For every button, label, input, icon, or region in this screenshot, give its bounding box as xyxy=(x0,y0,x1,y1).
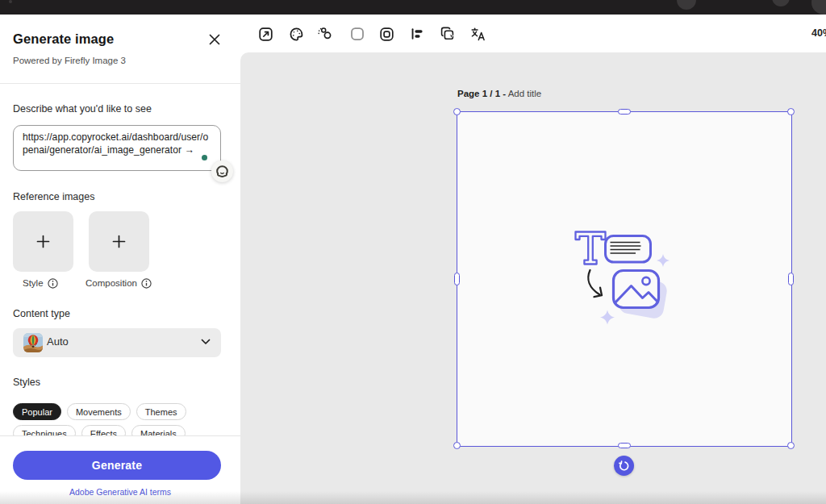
align-icon[interactable] xyxy=(405,22,429,46)
close-button[interactable] xyxy=(203,28,226,51)
animate-icon[interactable] xyxy=(313,22,337,46)
translate-icon[interactable] xyxy=(466,22,490,46)
panel-footer: Generate Adobe Generative AI terms xyxy=(0,435,240,504)
panel-subtitle: Powered by Firefly Image 3 xyxy=(13,56,126,65)
prompt-input[interactable]: https://app.copyrocket.ai/dashboard/user… xyxy=(13,125,221,171)
chevron-down-icon xyxy=(201,339,211,345)
styles-label: Styles xyxy=(13,377,40,388)
chip-popular[interactable]: Popular xyxy=(13,403,61,420)
selection-handle-right[interactable] xyxy=(788,273,794,285)
generate-button[interactable]: Generate xyxy=(13,451,221,480)
add-composition-image-button[interactable] xyxy=(89,211,149,272)
selection-handle-bottom[interactable] xyxy=(618,443,631,448)
chip-themes[interactable]: Themes xyxy=(136,403,186,420)
background-icon[interactable] xyxy=(374,22,398,46)
generate-image-panel: Generate image Powered by Firefly Image … xyxy=(0,15,240,504)
sparkle-icon xyxy=(657,254,670,267)
frame-icon[interactable] xyxy=(345,22,369,46)
plus-icon xyxy=(112,235,126,248)
content-type-thumbnail xyxy=(23,333,43,352)
terms-link[interactable]: Adobe Generative AI terms xyxy=(0,487,240,497)
selection-handle-top[interactable] xyxy=(618,109,631,115)
content-type-label: Content type xyxy=(13,308,70,319)
app-window: 40% Page 1 / 1 - Add title xyxy=(0,0,826,504)
assistant-button[interactable] xyxy=(211,160,233,182)
selection-handle-top-left[interactable] xyxy=(453,108,461,115)
style-caption: Style xyxy=(23,277,58,289)
info-icon[interactable] xyxy=(141,278,152,289)
titlebar-notch xyxy=(9,0,12,3)
close-icon xyxy=(209,34,220,45)
rotate-button[interactable] xyxy=(614,456,634,476)
reference-images-label: Reference images xyxy=(13,191,94,202)
add-style-image-button[interactable] xyxy=(13,211,73,272)
selection-handle-bottom-left[interactable] xyxy=(453,442,461,449)
assistant-icon xyxy=(215,165,229,178)
caret-dot xyxy=(202,155,207,160)
prompt-label: Describe what you'd like to see xyxy=(13,103,152,115)
info-icon[interactable] xyxy=(48,278,58,289)
edit-colors-icon[interactable] xyxy=(284,22,308,46)
style-label: Style xyxy=(23,278,44,288)
browser-titlebar xyxy=(0,0,826,15)
composition-label: Composition xyxy=(86,278,137,288)
resize-icon[interactable] xyxy=(253,22,277,46)
chip-movements[interactable]: Movements xyxy=(67,403,131,420)
canvas-area[interactable]: Page 1 / 1 - Add title xyxy=(240,52,826,504)
titlebar-circle xyxy=(677,0,696,10)
selection-handle-top-right[interactable] xyxy=(787,108,795,115)
content-type-value: Auto xyxy=(47,335,69,348)
text-to-image-illustration xyxy=(569,229,678,330)
sparkle-icon xyxy=(600,310,615,325)
zoom-level[interactable]: 40% xyxy=(811,27,826,39)
composition-caption: Composition xyxy=(86,277,152,289)
canvas-toolbar: 40% xyxy=(240,15,826,52)
selection-handle-bottom-right[interactable] xyxy=(787,442,795,449)
selection-handle-left[interactable] xyxy=(454,273,460,285)
page-number: Page 1 / 1 - xyxy=(457,89,506,98)
page-label[interactable]: Page 1 / 1 - Add title xyxy=(457,89,541,98)
panel-title: Generate image xyxy=(13,31,114,47)
content-type-select[interactable]: Auto xyxy=(13,328,221,357)
titlebar-circle xyxy=(772,0,790,6)
duplicate-icon[interactable] xyxy=(436,22,460,46)
header-divider xyxy=(0,83,240,84)
plus-icon xyxy=(36,235,50,248)
titlebar-circle xyxy=(811,0,826,15)
page-title-placeholder[interactable]: Add title xyxy=(506,89,541,98)
